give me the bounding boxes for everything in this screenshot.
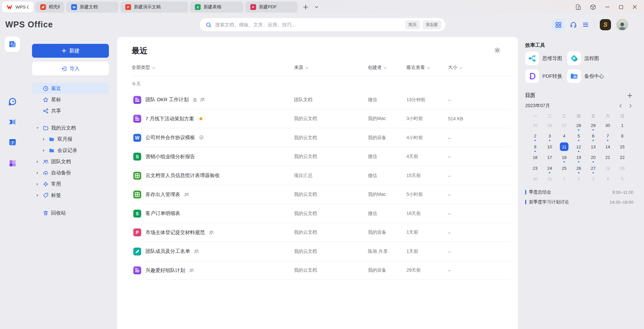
rail-calendar-button[interactable]: 7 xyxy=(8,138,17,146)
calendar-day[interactable]: 12 xyxy=(571,141,586,152)
search-hot-tag[interactable]: 策划案 xyxy=(423,20,442,29)
sidebar-item-最近[interactable]: 最近 xyxy=(32,83,109,94)
filter-创建者[interactable]: 创建者 xyxy=(368,65,386,71)
mobile-sync-icon[interactable] xyxy=(575,4,581,10)
calendar-day[interactable]: 24 xyxy=(542,163,557,174)
calendar-day[interactable]: 27 xyxy=(586,163,600,174)
tab-新建演示文稿[interactable]: P新建演示文稿 xyxy=(120,2,188,13)
search-input[interactable] xyxy=(215,22,402,27)
import-button[interactable]: 导入 xyxy=(32,62,109,75)
tab-WPS Office[interactable]: WPS Office xyxy=(2,2,33,13)
calendar-day[interactable]: 25 xyxy=(528,120,542,131)
add-event-icon[interactable] xyxy=(627,93,633,99)
file-row[interactable]: 兴趣爱好组队计划 我的云文档 我的设备 29天前 – xyxy=(132,261,510,280)
calendar-day[interactable]: 1 xyxy=(615,120,629,131)
sidebar-item-标签[interactable]: 标签 xyxy=(32,190,109,201)
calendar-day-selected[interactable]: 11 xyxy=(557,141,571,152)
calendar-day[interactable]: 16 xyxy=(528,152,542,163)
file-row[interactable]: S 客户订单明细表 我的云文档 微信 18天前 – xyxy=(132,204,510,223)
search-bar[interactable]: 简历策划案 xyxy=(200,18,445,31)
caret-right-icon[interactable] xyxy=(42,138,45,141)
calendar-day[interactable]: 22 xyxy=(615,152,629,163)
search-hot-tag[interactable]: 简历 xyxy=(405,20,420,29)
file-row[interactable]: W 公司对外合作协议模板 我的云文档 我的设备 4小时前 – xyxy=(132,128,510,147)
tab-新建PDF[interactable]: P新建PDF xyxy=(245,2,298,13)
tab-稻壳商城[interactable]: 稻壳商城 xyxy=(35,2,64,13)
calendar-day[interactable]: 1 xyxy=(557,174,571,185)
calendar-day[interactable]: 28 xyxy=(571,120,586,131)
sidebar-item-自动备份[interactable]: 自动备份 xyxy=(32,167,109,178)
filter-大小[interactable]: 大小 xyxy=(448,65,462,71)
avatar[interactable] xyxy=(616,19,628,31)
sidebar-item-回收站[interactable]: 回收站 xyxy=(32,207,109,219)
calendar-day[interactable]: 29 xyxy=(586,120,600,131)
settings-gear-icon[interactable] xyxy=(494,47,501,54)
tab-新建表格[interactable]: S新建表格 xyxy=(190,2,243,13)
calendar-day[interactable]: 26 xyxy=(542,120,557,131)
calendar-day[interactable]: 28 xyxy=(600,163,615,174)
caret-right-icon[interactable] xyxy=(36,171,39,174)
calendar-day[interactable]: 27 xyxy=(557,120,571,131)
rail-apps-button[interactable] xyxy=(8,159,17,167)
minimize-button[interactable] xyxy=(605,4,610,10)
calendar-day[interactable]: 20 xyxy=(586,152,600,163)
file-row[interactable]: 库存出入管理表 我的云文档 我的Mac 5小时前 – xyxy=(132,185,510,204)
filter-全部类型[interactable]: 全部类型 xyxy=(132,65,155,71)
new-tab-button[interactable] xyxy=(303,4,308,10)
new-button[interactable]: 新建 xyxy=(32,44,109,58)
tool-备份中心[interactable]: 备份中心 xyxy=(567,69,604,83)
calendar-day[interactable]: 3 xyxy=(542,131,557,142)
filter-最近查看[interactable]: 最近查看 xyxy=(406,65,430,71)
sidebar-item-共享[interactable]: 共享 xyxy=(32,105,109,116)
tab-新建文档[interactable]: W新建文档 xyxy=(66,2,118,13)
sidebar-item-会议记录[interactable]: 会议记录 xyxy=(32,145,109,156)
calendar-day[interactable]: 25 xyxy=(557,163,571,174)
prev-month-icon[interactable] xyxy=(618,104,623,108)
calendar-day[interactable]: 8 xyxy=(615,131,629,142)
caret-right-icon[interactable] xyxy=(36,160,39,163)
apps-grid-button[interactable] xyxy=(552,18,564,31)
file-row[interactable]: P 市场主体登记提交材料规范 我的云文档 我的设备 1天前 – xyxy=(132,223,510,242)
calendar-day[interactable]: 30 xyxy=(528,174,542,185)
filter-来源[interactable]: 来源 xyxy=(294,65,308,71)
sidebar-item-星标[interactable]: 星标 xyxy=(32,94,109,105)
file-row[interactable]: 团队 OKR 工作计划 团队文档 微信 13分钟前 – xyxy=(132,90,510,109)
rail-chat-button[interactable] xyxy=(8,97,17,106)
maximize-button[interactable] xyxy=(619,5,624,10)
file-row[interactable]: 云文档管人员信息统计表理器验收 项目汇总 微信 15天前 – xyxy=(132,166,510,185)
tab-list-chevron-icon[interactable] xyxy=(314,5,319,9)
close-button[interactable] xyxy=(632,4,637,10)
calendar-day[interactable]: 14 xyxy=(600,141,615,152)
rail-active-tile[interactable] xyxy=(5,37,20,52)
calendar-day[interactable]: 23 xyxy=(528,163,542,174)
file-row[interactable]: 团队成员及分工名单 我的云文档 陈旭 共享 1天前 – xyxy=(132,242,510,261)
sidebar-item-常用[interactable]: 常用 xyxy=(32,178,109,190)
calendar-day[interactable]: 18 xyxy=(557,152,571,163)
sidebar-item-我的云文档[interactable]: 我的云文档 xyxy=(32,122,109,134)
calendar-day[interactable]: 21 xyxy=(600,152,615,163)
caret-right-icon[interactable] xyxy=(36,194,39,197)
caret-down-icon[interactable] xyxy=(36,127,39,130)
tool-PDF转换[interactable]: PDF转换 xyxy=(525,69,567,83)
calendar-day[interactable]: 13 xyxy=(586,141,600,152)
calendar-day[interactable]: 9 xyxy=(528,141,542,152)
file-row[interactable]: S 营销小组业绩分析报告 我的云文档 微信 4天前 – xyxy=(132,147,510,166)
calendar-day[interactable]: 31 xyxy=(542,174,557,185)
calendar-day[interactable]: 6 xyxy=(586,131,600,142)
calendar-event[interactable]: 新季度学习计划讨论 14:30–16:00 xyxy=(525,197,633,207)
next-month-icon[interactable] xyxy=(628,104,633,108)
sidebar-item-团队文档[interactable]: 团队文档 xyxy=(32,156,109,167)
workspace-cube-icon[interactable] xyxy=(590,4,596,10)
calendar-day[interactable]: 4 xyxy=(557,131,571,142)
calendar-day[interactable]: 10 xyxy=(542,141,557,152)
calendar-day[interactable]: 2 xyxy=(571,174,586,185)
calendar-day[interactable]: 3 xyxy=(586,174,600,185)
calendar-day[interactable]: 4 xyxy=(600,174,615,185)
tool-流程图[interactable]: 流程图 xyxy=(567,51,604,65)
calendar-day[interactable]: 2 xyxy=(528,131,542,142)
rail-meeting-button[interactable] xyxy=(8,117,17,127)
calendar-day[interactable]: 26 xyxy=(571,163,586,174)
calendar-day[interactable]: 5 xyxy=(571,131,586,142)
calendar-day[interactable]: 17 xyxy=(542,152,557,163)
menu-icon[interactable] xyxy=(582,21,589,28)
